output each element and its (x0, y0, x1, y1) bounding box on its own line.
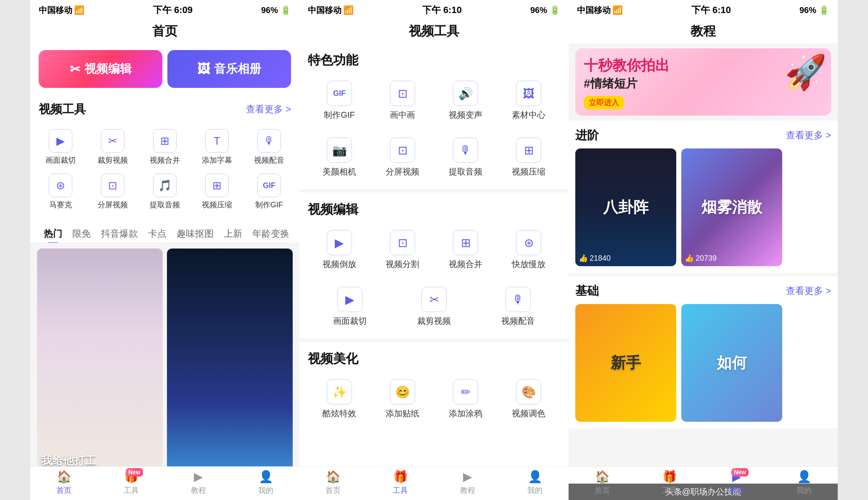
tools-more-link[interactable]: 查看更多 > (246, 103, 291, 116)
screen-tutorials: 中国移动 📶 下午 6:10 96% 🔋 教程 十秒教你拍出 #情绪短片 立即进… (569, 0, 838, 500)
tool-item-splitscreen[interactable]: ⊡ 分屏视频 (87, 169, 139, 214)
advanced-more[interactable]: 查看更多 > (786, 129, 831, 142)
home-icon-1: 🏠 (57, 470, 71, 484)
nav-profile-label-3: 我的 (797, 485, 812, 495)
tool-merge2[interactable]: ⊞ 视频合并 (434, 225, 497, 275)
nav-tutorials-label-3: 教程 (729, 485, 744, 495)
tab-cutout[interactable]: 趣味抠图 (172, 225, 219, 243)
color-icon: 🎨 (516, 379, 541, 405)
nav-tutorials-1[interactable]: ▶ 教程 (165, 470, 232, 495)
banner-sub-text: #情绪短片 (584, 76, 823, 92)
tool-splitscreen2[interactable]: ⊡ 分屏视频 (371, 132, 434, 183)
howto-text: 如何 (717, 353, 747, 373)
music-album-button[interactable]: 🖼 音乐相册 (167, 50, 291, 88)
voicechange-label: 视频变声 (449, 109, 482, 121)
tutorial-card-smoke[interactable]: 烟雾消散 👍 20739 (681, 148, 782, 266)
video-edit-button[interactable]: ✂ 视频编辑 (39, 50, 162, 88)
tab-hot[interactable]: 热门 (39, 225, 67, 243)
nav-tutorials-2[interactable]: ▶ 教程 (434, 470, 501, 495)
nav-profile-label-2: 我的 (527, 485, 542, 495)
tutorials-icon-2: ▶ (463, 470, 472, 484)
tool-dub2[interactable]: 🎙 视频配音 (476, 282, 560, 332)
tools-badge-1: New (126, 468, 143, 476)
crop2-label: 画面裁切 (333, 315, 367, 327)
like-icon-smoke: 👍 (685, 254, 694, 263)
merge2-icon: ⊞ (453, 230, 478, 255)
nav-tools-2[interactable]: 🎁 工具 (367, 470, 434, 495)
tool-split[interactable]: ⊡ 视频分割 (371, 225, 434, 275)
beginner-bg: 新手 (575, 304, 676, 422)
voicechange-icon: 🔊 (453, 81, 478, 106)
tool-doodle[interactable]: ✏ 添加涂鸦 (434, 374, 497, 424)
tool-item-merge[interactable]: ⊞ 视频合并 (139, 125, 191, 169)
tab-beat[interactable]: 卡点 (143, 225, 172, 243)
nav-home-3[interactable]: 🏠 首页 (569, 470, 636, 495)
time-1: 下午 6:09 (153, 4, 193, 16)
tool-effects[interactable]: ✨ 酷炫特效 (308, 374, 371, 424)
tool-item-compress[interactable]: ⊞ 视频压缩 (191, 169, 243, 214)
compress2-icon: ⊞ (516, 138, 541, 163)
nav-profile-3[interactable]: 👤 我的 (770, 470, 838, 495)
tool-compress2[interactable]: ⊞ 视频压缩 (497, 132, 560, 183)
splitscreen-label: 分屏视频 (98, 200, 128, 210)
smoke-likes-count: 20739 (696, 254, 717, 263)
tab-douyin[interactable]: 抖音爆款 (96, 225, 143, 243)
tool-beautycam[interactable]: 📷 美颜相机 (308, 132, 371, 183)
tool-extractaudio[interactable]: 🎙 提取音频 (434, 132, 497, 183)
tool-item-cut[interactable]: ✂ 裁剪视频 (87, 125, 139, 169)
cut-icon: ✂ (101, 129, 124, 153)
nav-tutorials-3[interactable]: New ▶ 教程 (703, 470, 770, 495)
tool-item-dub[interactable]: 🎙 视频配音 (243, 125, 295, 169)
template-card-1[interactable]: 我给他打工 (37, 249, 163, 466)
nav-profile-2[interactable]: 👤 我的 (501, 470, 569, 495)
tools-content: 特色功能 GIF 制作GIF ⊡ 画中画 🔊 视频变声 🖼 素材中心 (299, 43, 569, 466)
featured-title: 特色功能 (308, 52, 560, 69)
tutorial-card-howto[interactable]: 如何 (681, 304, 782, 422)
status-bar-3: 中国移动 📶 下午 6:10 96% 🔋 (569, 0, 838, 19)
tutorial-card-bagua[interactable]: 八卦阵 👍 21840 (575, 148, 676, 266)
tab-free[interactable]: 限免 (67, 225, 96, 243)
smoke-bg: 烟雾消散 (681, 148, 782, 266)
tab-new[interactable]: 上新 (219, 225, 247, 243)
nav-tools-3[interactable]: 🎁 工具 (636, 470, 703, 495)
nav-profile-1[interactable]: 👤 我的 (232, 470, 299, 495)
banner-enter-button[interactable]: 立即进入 (584, 96, 624, 109)
template-card-2[interactable] (167, 249, 293, 466)
tool-materials[interactable]: 🖼 素材中心 (497, 76, 560, 126)
divider-1 (299, 189, 569, 193)
beautify-grid: ✨ 酷炫特效 😊 添加贴纸 ✏ 添加涂鸦 🎨 视频调色 (308, 374, 560, 424)
dub2-label: 视频配音 (501, 315, 535, 327)
tool-speed[interactable]: ⊛ 快放慢放 (497, 225, 560, 275)
tool-gif[interactable]: GIF 制作GIF (308, 76, 371, 126)
tool-reverse[interactable]: ▶ 视频倒放 (308, 225, 371, 275)
nav-home-1[interactable]: 🏠 首页 (30, 470, 98, 495)
nav-home-2[interactable]: 🏠 首页 (299, 470, 367, 495)
tool-color[interactable]: 🎨 视频调色 (497, 374, 560, 424)
tool-stickers[interactable]: 😊 添加贴纸 (371, 374, 434, 424)
nav-tools-label-2: 工具 (393, 485, 408, 495)
tool-item-audio[interactable]: 🎵 提取音频 (139, 169, 191, 214)
tutorials-icon-1: ▶ (194, 470, 203, 484)
battery-pct-2: 96% (530, 5, 547, 15)
stickers-label: 添加贴纸 (386, 408, 419, 419)
tool-crop2[interactable]: ▶ 画面裁切 (308, 282, 392, 332)
tool-item-crop[interactable]: ▶ 画面裁切 (34, 125, 87, 169)
tool-item-subtitle[interactable]: T 添加字幕 (191, 125, 243, 169)
tool-cut2[interactable]: ✂ 裁剪视频 (392, 282, 476, 332)
tool-item-mosaic[interactable]: ⊛ 马赛克 (34, 169, 87, 214)
audio-label: 提取音频 (150, 200, 180, 210)
tool-pip[interactable]: ⊡ 画中画 (371, 76, 434, 126)
merge-icon: ⊞ (153, 129, 177, 153)
dub-icon: 🎙 (257, 129, 281, 153)
tab-age[interactable]: 年龄变换 (247, 225, 294, 243)
basics-more[interactable]: 查看更多 > (786, 285, 831, 297)
screen-home: 中国移动 📶 下午 6:09 96% 🔋 首页 ✂ 视频编辑 🖼 音乐相册 视频… (30, 0, 299, 500)
tool-voicechange[interactable]: 🔊 视频变声 (434, 76, 497, 126)
tutorial-banner[interactable]: 十秒教你拍出 #情绪短片 立即进入 🚀 (575, 48, 831, 116)
nav-tools-1[interactable]: New 🎁 工具 (98, 470, 165, 495)
tool-item-gif[interactable]: GIF 制作GIF (243, 169, 295, 214)
gif-label-lg: 制作GIF (324, 109, 355, 121)
basics-title: 基础 (575, 283, 599, 299)
tutorial-card-beginner[interactable]: 新手 (575, 304, 676, 422)
battery-icon-3: 🔋 (819, 5, 829, 15)
